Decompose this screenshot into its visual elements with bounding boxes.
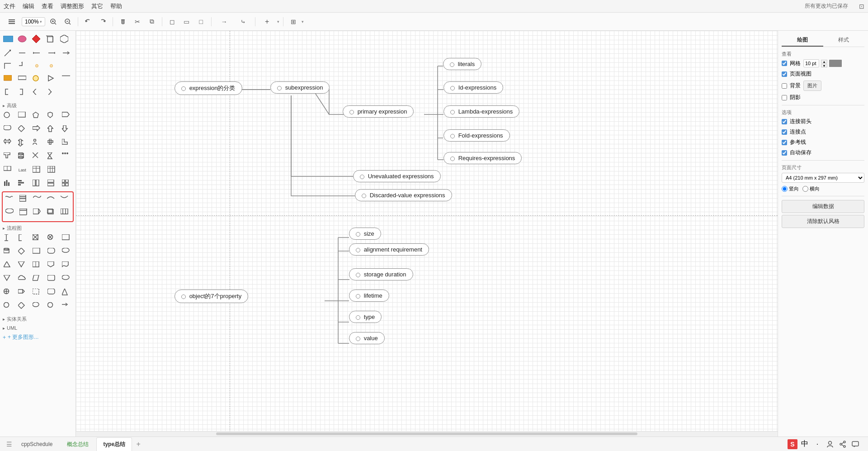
shape-gear-1[interactable]: ⚙ [31, 60, 42, 71]
adv-up-down-arrow[interactable] [16, 137, 28, 149]
adv-shield[interactable] [46, 110, 57, 122]
fc-dots-rect[interactable] [31, 287, 42, 299]
shape-bracket-2[interactable] [16, 87, 28, 99]
shape-elbow-1[interactable] [2, 60, 14, 71]
fc-rounded-rect[interactable] [46, 246, 57, 258]
zoom-control[interactable]: 100% ▾ [22, 17, 45, 26]
node-requires-expr[interactable]: Requires-expressions [443, 152, 522, 164]
adv-cylinder[interactable] [16, 151, 28, 162]
hl-wave1[interactable] [4, 193, 15, 205]
adv-left-right-arrow[interactable] [2, 137, 14, 149]
connect-point-checkbox[interactable] [782, 129, 787, 135]
menu-button[interactable] [4, 15, 20, 28]
adv-complex3[interactable] [60, 178, 72, 190]
fc-triangle[interactable] [2, 260, 14, 271]
arrow-button[interactable]: → [215, 15, 233, 28]
node-align-req[interactable]: alignment requirement [349, 243, 429, 256]
adv-hourglass[interactable] [46, 151, 57, 162]
tab-type-summary[interactable]: type总结 [96, 437, 132, 451]
tab-concept-summary[interactable]: 概念总结 [60, 437, 95, 451]
node-primary-expr[interactable]: primary expression [343, 105, 414, 118]
fc-circle2[interactable] [46, 300, 57, 312]
adv-l-shape[interactable] [60, 137, 72, 149]
shape-line-3[interactable] [31, 47, 42, 59]
copy-button[interactable]: ⧉ [146, 15, 158, 28]
table-button[interactable]: ⊞ [287, 15, 300, 28]
auto-save-checkbox[interactable] [782, 150, 787, 156]
shadow-checkbox[interactable] [782, 95, 787, 100]
tab-style[interactable]: 样式 [823, 34, 865, 47]
hl-two-rect[interactable] [45, 207, 57, 218]
shape-brain[interactable] [16, 33, 28, 45]
fc-wave-rect[interactable] [60, 260, 72, 271]
node-object-prop[interactable]: object的7个property [175, 290, 248, 303]
menu-other[interactable]: 其它 [91, 2, 103, 10]
grid-checkbox[interactable] [782, 61, 787, 66]
cut-button[interactable]: ✂ [131, 15, 144, 28]
tab-cppschedule[interactable]: cppSchedule [14, 438, 59, 450]
grid-size-up[interactable]: ▲ [821, 60, 827, 63]
adv-hbar[interactable] [16, 178, 28, 190]
fc-grid-rect[interactable] [31, 260, 42, 271]
adv-rounded-rect[interactable] [2, 123, 14, 135]
node-value[interactable]: value [349, 332, 385, 344]
adv-tag[interactable] [60, 110, 72, 122]
node-fold-expr[interactable]: Fold-expressions [443, 129, 510, 142]
delete-button[interactable] [117, 15, 129, 28]
canvas-area[interactable]: expression的分类 subexpression primary expr… [76, 31, 778, 437]
clear-format-button[interactable]: ◻ [166, 15, 179, 28]
adv-table-3[interactable] [46, 164, 57, 176]
portrait-radio[interactable] [782, 186, 788, 192]
bottom-icon-dot[interactable]: · [812, 439, 823, 450]
adv-t-shape[interactable] [2, 151, 14, 162]
node-size[interactable]: size [349, 228, 381, 240]
horizontal-scrollbar[interactable] [76, 431, 778, 437]
adv-diamond[interactable] [16, 123, 28, 135]
section-uml[interactable]: UML [2, 323, 74, 332]
fc-rect2[interactable] [31, 246, 42, 258]
adv-vbar[interactable] [2, 178, 14, 190]
adv-table-2[interactable] [31, 164, 42, 176]
node-literals[interactable]: literals [443, 58, 481, 70]
fc-rounded-rect3[interactable] [46, 287, 57, 299]
shape-play[interactable] [46, 73, 57, 85]
fc-cylinder[interactable] [2, 246, 14, 258]
menu-adjust[interactable]: 调整图形 [61, 2, 84, 10]
shape-orange-box[interactable] [2, 73, 14, 85]
fc-down-triangle[interactable] [2, 273, 14, 285]
fc-bracket[interactable] [16, 233, 28, 244]
shape-button[interactable]: □ [195, 15, 208, 28]
shape-curly-1[interactable] [31, 87, 42, 99]
shape-line-2[interactable] [16, 47, 28, 59]
adv-right-arrow[interactable] [31, 123, 42, 135]
zoom-out-button[interactable] [61, 15, 74, 28]
node-expr-class[interactable]: expression的分类 [175, 81, 242, 95]
node-lifetime[interactable]: lifetime [349, 290, 389, 302]
menu-help[interactable]: 帮助 [110, 2, 122, 10]
adv-half-rect[interactable] [2, 164, 14, 176]
fc-diamond2[interactable] [16, 300, 28, 312]
node-type[interactable]: type [349, 311, 382, 323]
node-id-expr[interactable]: Id-expressions [443, 81, 503, 94]
grid-size-input[interactable] [803, 59, 819, 67]
shape-elbow-2[interactable] [16, 60, 28, 71]
bottom-icon-zh[interactable]: 中 [799, 439, 810, 450]
edit-data-button[interactable]: 编辑数据 [782, 200, 864, 213]
fc-arrow-right2[interactable] [60, 300, 72, 312]
fc-cloud[interactable] [16, 273, 28, 285]
node-lambda-expr[interactable]: Lambda-expressions [443, 105, 519, 118]
adv-down-arrow[interactable] [60, 123, 72, 135]
connect-arrow-checkbox[interactable] [782, 119, 787, 124]
fc-ellipse2[interactable] [60, 273, 72, 285]
tab-add-button[interactable]: + [133, 439, 144, 450]
fc-triangle-3[interactable] [60, 287, 72, 299]
hl-table-h[interactable] [18, 193, 29, 205]
menu-file[interactable]: 文件 [4, 2, 15, 10]
bottom-icon-comment[interactable] [850, 439, 861, 450]
adv-pentagon[interactable] [31, 110, 42, 122]
hl-ellipse[interactable] [4, 207, 15, 218]
menu-view[interactable]: 查看 [42, 2, 53, 10]
adv-plus[interactable] [46, 137, 57, 149]
fc-circle-r[interactable] [2, 300, 14, 312]
hl-curve1[interactable] [45, 193, 57, 205]
